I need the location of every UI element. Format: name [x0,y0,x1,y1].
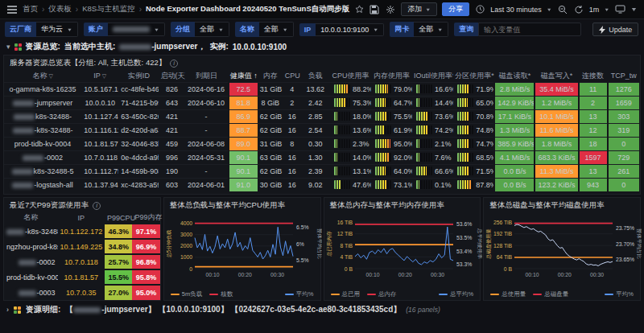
col-header-1[interactable]: IP ▽ [81,70,118,82]
refresh-icon[interactable] [573,4,584,15]
legend-item[interactable]: 平均% [285,290,314,298]
col-header-16[interactable]: TCP_tw [608,70,640,82]
cell-memory[interactable]: 31 GiB [258,137,283,150]
collapse-topbar-icon[interactable]: ▼ [630,6,638,13]
cell-cpu[interactable]: 16 [283,109,301,123]
legend-item[interactable]: 总使用量 [490,290,526,298]
svg-text:256 TiB: 256 TiB [493,220,513,225]
row-collapse-icon: ▾ [6,43,10,51]
var-nic[interactable]: 网卡 全部▼ [390,22,448,37]
chevron-down-icon: ▼ [218,27,224,32]
cell-inst: cc-48fe-b46a-d8 [118,82,159,96]
cell-cpu[interactable]: 8 [283,137,301,150]
cell-cpu-usage: 88.2% [330,82,371,96]
detail-row-header[interactable]: › 资源明细: 【-jumpserver】 【10.0.0.10:9100】 【… [0,301,644,319]
star-icon[interactable] [353,4,364,15]
legend-item[interactable]: 平均% [605,290,634,298]
cell-memory[interactable]: 62 GiB [258,109,283,123]
menu-icon[interactable] [6,4,18,15]
col-header-3[interactable]: 启动(天) [159,70,184,82]
legend-item[interactable]: 总磁盘量 [533,290,568,298]
add-button[interactable]: 添加▼ [401,2,437,16]
breadcrumb-home[interactable]: 首页 [23,4,38,14]
server-table-title[interactable]: 服务器资源总览表【分组: All, 主机总数: 422】 i [4,56,640,70]
col-header-7[interactable]: CPU [283,70,301,82]
chart-title[interactable]: 整体总内存与整体平均内存使用率 [324,198,481,212]
refresh-interval-picker[interactable]: 1m ▼ [589,6,609,14]
col-header-13[interactable]: 磁盘读取* [494,70,535,82]
cell-memory[interactable]: 8 GiB [258,96,283,109]
table-row: -000210.7.0.1180e-4dcd-a9f9-f09962024-05… [4,150,641,164]
col-header-5[interactable]: 健康值 ↑ [229,70,258,82]
legend-item[interactable]: 总内存 [367,290,397,298]
cell-connections: 11 [579,82,608,96]
breadcrumb-dashboard-title[interactable]: Node Exporter Dashboard 20240520 TenSunS… [146,4,349,14]
svg-text:0 B: 0 B [504,266,513,272]
col-header-6[interactable]: 内存 [258,70,283,82]
chart-legend: 5m负载核数平均% [164,290,320,298]
cell-cpu[interactable]: 4 [283,82,301,96]
col-header-14[interactable]: 磁盘写入* [535,70,578,82]
table-row: k8s-32488-510.1.112.7514-459b-908d-9190-… [4,164,641,178]
query-input[interactable] [478,23,581,36]
cell-cpu[interactable]: 16 [283,123,301,137]
col-header-9[interactable]: CPU使用率 [330,70,371,82]
p99-col-header-0[interactable]: 名称 [4,212,58,224]
time-range-picker[interactable]: Last 30 minutes ▼ [474,4,551,15]
col-header-10[interactable]: 内存使用率 [371,70,412,82]
legend-item[interactable]: 5m负载 [171,290,202,298]
breadcrumb-dashboards[interactable]: 仪表板 [48,4,72,14]
cell-p99-mem: 97.1% [132,224,159,239]
save-icon[interactable] [369,4,380,15]
cell-due: - [185,164,229,178]
cell-memory[interactable]: 31 GiB [258,82,283,96]
cell-disk-write: 1.2 MiB/s [535,96,578,109]
share-button[interactable]: 分享 [442,2,469,16]
col-header-15[interactable]: 连接数 [579,70,608,82]
cell-memory[interactable]: 62 GiB [258,123,283,137]
col-header-4[interactable]: 到期日 [185,70,229,82]
var-account[interactable]: 账户 ▼ [84,23,165,36]
cell-cpu[interactable]: 16 [283,164,301,178]
cell-memory[interactable]: 62 GiB [258,164,283,178]
cell-part-usage: 71.9% [453,82,494,96]
p99-title[interactable]: 最近7天P99资源使用率 i [4,198,160,212]
col-header-0[interactable]: 名称 ▽ [4,70,81,82]
kiosk-monitor-icon[interactable] [614,4,625,15]
col-header-17[interactable]: 下载带宽 [640,70,641,82]
chart-title[interactable]: 整体总负载与整体平均CPU使用率 [164,198,320,212]
breadcrumb-folder[interactable]: K8S与主机监控 [82,4,134,14]
lightning-icon [599,26,605,34]
col-header-2[interactable]: 实例ID [118,70,159,82]
cell-cpu[interactable]: 16 [283,150,301,164]
legend-item[interactable]: 总已用 [331,290,361,298]
redacted-host-prefix [119,44,151,50]
legend-item[interactable]: 总平均% [439,290,473,298]
cell-memory[interactable]: 30 GiB [258,178,283,191]
zoom-out-icon[interactable] [557,4,568,15]
var-ip[interactable]: IP 10.0.0.10:9100▼ [299,23,385,36]
var-cloud-provider[interactable]: 云厂商 华为云▼ [5,22,78,37]
col-header-12[interactable]: 分区使用率* [453,70,494,82]
table-row: -logstash-all10.1.37.94xc-4283-a59b-3060… [4,178,641,191]
cell-disk-read: 142.9 KiB/s [494,96,535,109]
var-group[interactable]: 分组 全部▼ [171,22,229,37]
cell-disk-read: 17.1 KiB/s [494,109,535,123]
settings-gear-icon[interactable] [385,4,396,15]
cell-inst: 0e-4dcd-a9f9-f0 [118,150,159,164]
var-name[interactable]: 名称 全部▼ [235,22,294,37]
update-button[interactable]: Update [592,23,638,36]
overview-row-header[interactable]: ▾ 资源总览: 当前选中主机: -jumpserver， 实例: 10.0.0.… [0,39,644,53]
cell-io-usage: 16.6% [412,82,453,96]
p99-col-header-3[interactable]: P99内存 [132,212,159,224]
p99-col-header-1[interactable]: IP [58,212,105,224]
legend-item[interactable]: 核数 [209,290,233,298]
cell-cpu[interactable]: 2 [283,96,301,109]
col-header-11[interactable]: IOutil使用率* [412,70,453,82]
cell-cpu[interactable]: 16 [283,178,301,191]
cell-disk-write: 11.3 MiB/s [535,164,578,178]
p99-col-header-2[interactable]: P99CPU [105,212,132,224]
chart-title[interactable]: 整体总磁盘与整体平均磁盘使用率 [484,198,640,212]
cell-memory[interactable]: 63 GiB [258,150,283,164]
col-header-8[interactable]: 负载 [301,70,330,82]
